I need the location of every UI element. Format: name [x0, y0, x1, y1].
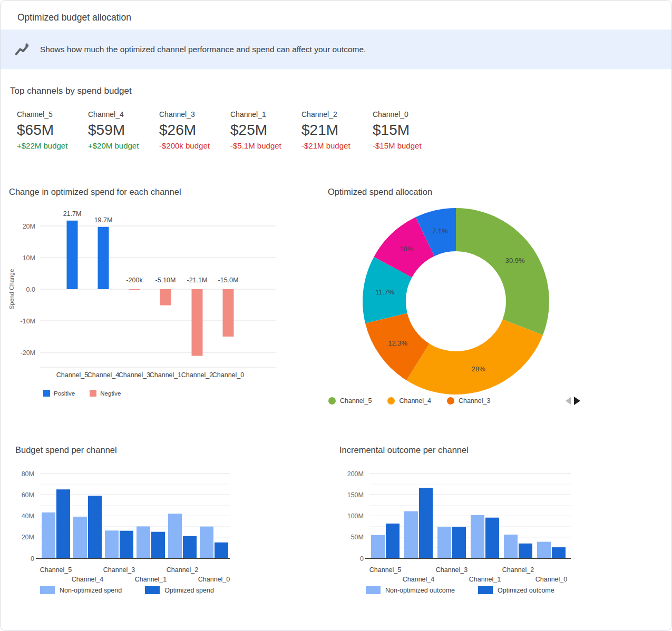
- svg-text:Channel_0: Channel_0: [198, 576, 230, 583]
- svg-text:-20M: -20M: [21, 349, 35, 357]
- svg-text:-5.10M: -5.10M: [155, 277, 176, 284]
- svg-text:Channel_1: Channel_1: [469, 576, 501, 583]
- svg-text:Spend Change: Spend Change: [8, 269, 15, 310]
- spend-change-legend: Positive Negtive: [43, 390, 121, 397]
- svg-text:7.1%: 7.1%: [432, 227, 448, 235]
- budget-spend-chart[interactable]: 020M40M60M80MChannel_5Channel_4Channel_3…: [11, 459, 327, 585]
- legend-label: Channel_3: [459, 397, 490, 405]
- optimized-budget-allocation-card: Optimized budget allocation Shows how mu…: [0, 0, 672, 631]
- legend-label: Optimized outcome: [498, 587, 554, 594]
- channel-name: Channel_5: [17, 110, 88, 119]
- legend-label: Negtive: [100, 390, 121, 397]
- incremental-outcome-chart[interactable]: 050M100M150M200MChannel_5Channel_4Channe…: [338, 459, 665, 585]
- channel-budget-delta: +$22M budget: [17, 141, 88, 150]
- legend-label: Optimized spend: [164, 587, 214, 594]
- channel-name: Channel_4: [88, 110, 159, 119]
- legend-label: Positive: [54, 390, 75, 397]
- prev-page-icon[interactable]: [566, 397, 571, 405]
- svg-text:Channel_5: Channel_5: [56, 371, 89, 379]
- svg-text:40M: 40M: [22, 512, 34, 520]
- svg-text:-15.0M: -15.0M: [218, 277, 239, 284]
- svg-text:0.0: 0.0: [26, 286, 35, 293]
- svg-text:Channel_4: Channel_4: [403, 576, 435, 583]
- channel-card: Channel_0 $15M -$15M budget: [373, 110, 444, 150]
- legend-label: Channel_4: [399, 397, 431, 405]
- allocation-donut-chart[interactable]: 30.9%28%12.3%11.7%10%7.1%: [328, 203, 576, 396]
- channel-budget-delta: -$21M budget: [301, 141, 373, 150]
- channel-budget-delta: -$5.1M budget: [230, 141, 301, 150]
- channel-spend-value: $59M: [88, 122, 159, 138]
- svg-text:50M: 50M: [351, 534, 364, 541]
- channel-name: Channel_2: [301, 110, 373, 119]
- channel-name: Channel_0: [373, 110, 444, 119]
- page-title: Optimized budget allocation: [17, 12, 131, 23]
- svg-text:Channel_3: Channel_3: [103, 566, 135, 574]
- svg-text:Channel_0: Channel_0: [535, 576, 568, 583]
- budget-spend-legend: Non-optimized spend Optimized spend: [40, 586, 214, 594]
- channel-spend-value: $65M: [17, 122, 88, 138]
- insights-icon: [14, 41, 31, 58]
- svg-text:21.7M: 21.7M: [63, 210, 82, 218]
- svg-text:-200k: -200k: [126, 277, 143, 284]
- channel-budget-delta: -$15M budget: [373, 141, 444, 150]
- top-channels-title: Top channels by spend budget: [10, 86, 132, 96]
- channel-card: Channel_3 $26M -$200k budget: [159, 110, 230, 150]
- svg-text:30.9%: 30.9%: [505, 257, 525, 264]
- svg-text:Channel_2: Channel_2: [181, 371, 213, 379]
- optimized-spend-swatch: [145, 586, 160, 594]
- svg-text:60M: 60M: [22, 491, 34, 499]
- svg-text:Channel_2: Channel_2: [167, 566, 199, 574]
- channel-card: Channel_1 $25M -$5.1M budget: [230, 110, 301, 150]
- svg-text:Channel_3: Channel_3: [119, 371, 151, 379]
- svg-text:20M: 20M: [23, 223, 35, 230]
- svg-text:Channel_3: Channel_3: [436, 566, 468, 574]
- next-page-icon[interactable]: [574, 397, 580, 405]
- incremental-outcome-legend: Non-optimized outcome Optimized outcome: [366, 586, 554, 594]
- positive-legend-swatch: [43, 390, 50, 397]
- incremental-outcome-chart-title: Incremental outcome per channel: [339, 445, 469, 455]
- svg-text:0: 0: [31, 555, 34, 563]
- top-channels-row: Channel_5 $65M +$22M budget Channel_4 $5…: [17, 110, 444, 150]
- svg-text:Channel_4: Channel_4: [72, 576, 104, 583]
- svg-text:0: 0: [360, 555, 364, 563]
- channel5-legend-dot: [328, 397, 336, 405]
- info-banner: Shows how much the optimized channel per…: [1, 29, 671, 69]
- spend-change-chart[interactable]: 20M10M0.0-10M-20M21.7MChannel_519.7MChan…: [1, 203, 296, 401]
- svg-text:Channel_2: Channel_2: [502, 566, 534, 574]
- channel4-legend-dot: [387, 397, 395, 405]
- channel-budget-delta: -$200k budget: [159, 141, 230, 150]
- optimized-outcome-swatch: [478, 586, 493, 594]
- svg-text:10M: 10M: [23, 254, 35, 262]
- channel-card: Channel_4 $59M +$20M budget: [88, 110, 159, 150]
- svg-text:Channel_1: Channel_1: [135, 576, 167, 583]
- channel-card: Channel_5 $65M +$22M budget: [17, 110, 88, 150]
- channel-name: Channel_3: [159, 110, 230, 119]
- svg-text:11.7%: 11.7%: [375, 288, 394, 296]
- channel3-legend-dot: [447, 397, 454, 405]
- svg-text:80M: 80M: [22, 470, 34, 478]
- svg-text:150M: 150M: [347, 491, 364, 499]
- budget-spend-chart-title: Budget spend per channel: [15, 445, 117, 455]
- svg-text:-10M: -10M: [21, 318, 35, 325]
- legend-label: Non-optimized outcome: [385, 587, 455, 594]
- svg-text:100M: 100M: [347, 512, 364, 520]
- svg-text:Channel_5: Channel_5: [40, 566, 72, 574]
- svg-text:20M: 20M: [22, 534, 34, 541]
- spend-change-chart-title: Change in optimized spend for each chann…: [9, 187, 181, 197]
- negative-legend-swatch: [90, 390, 96, 397]
- legend-label: Channel_5: [340, 397, 372, 405]
- svg-text:19.7M: 19.7M: [94, 216, 113, 224]
- channel-spend-value: $26M: [159, 122, 230, 138]
- channel-name: Channel_1: [230, 110, 301, 119]
- svg-text:10%: 10%: [400, 245, 413, 253]
- channel-budget-delta: +$20M budget: [88, 141, 159, 150]
- svg-text:200M: 200M: [347, 470, 364, 478]
- allocation-chart-title: Optimized spend allocation: [328, 187, 432, 197]
- svg-text:Channel_4: Channel_4: [87, 371, 120, 379]
- channel-spend-value: $15M: [373, 122, 444, 138]
- non-optimized-outcome-swatch: [366, 586, 381, 594]
- legend-label: Non-optimized spend: [60, 587, 122, 594]
- channel-spend-value: $21M: [301, 122, 373, 138]
- svg-text:Channel_5: Channel_5: [369, 566, 402, 574]
- svg-text:-21.1M: -21.1M: [187, 277, 208, 284]
